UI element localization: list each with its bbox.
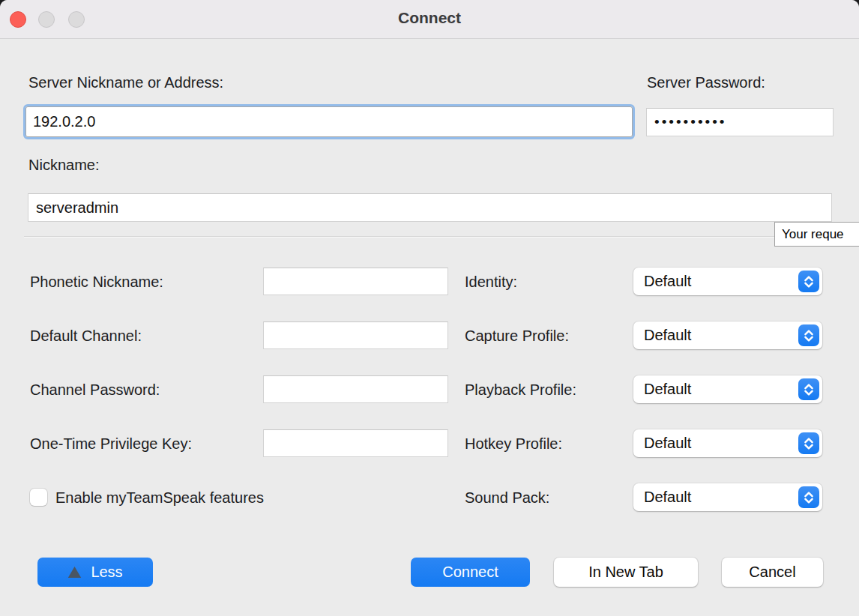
- chevron-up-down-icon: [798, 486, 819, 508]
- sound-pack-label: Sound Pack:: [465, 489, 549, 507]
- playback-profile-select-value: Default: [633, 381, 798, 398]
- myteamspeak-checkbox-label: Enable myTeamSpeak features: [55, 489, 264, 507]
- sound-pack-select[interactable]: Default: [633, 483, 822, 511]
- sound-pack-select-value: Default: [633, 489, 798, 506]
- chevron-up-down-icon: [798, 271, 819, 292]
- phonetic-nickname-input[interactable]: [263, 268, 448, 295]
- tooltip: Your reque: [774, 222, 859, 247]
- connect-button-label: Connect: [442, 564, 498, 581]
- cancel-button-label: Cancel: [749, 564, 795, 581]
- default-channel-input[interactable]: [263, 321, 448, 349]
- server-address-input[interactable]: [23, 104, 635, 139]
- connect-button[interactable]: Connect: [411, 558, 530, 587]
- hotkey-profile-select[interactable]: Default: [633, 429, 822, 457]
- title-bar[interactable]: Connect: [0, 0, 859, 39]
- channel-password-label: Channel Password:: [30, 381, 160, 399]
- chevron-up-down-icon: [798, 378, 819, 400]
- capture-profile-select[interactable]: Default: [633, 321, 822, 349]
- chevron-up-down-icon: [798, 324, 819, 346]
- connect-dialog: Connect Server Nickname or Address: Serv…: [0, 0, 859, 616]
- capture-profile-select-value: Default: [633, 327, 798, 344]
- playback-profile-select[interactable]: Default: [633, 375, 822, 403]
- triangle-up-icon: [67, 566, 82, 579]
- hotkey-profile-select-value: Default: [633, 435, 798, 452]
- server-password-label: Server Password:: [647, 74, 765, 91]
- channel-password-input[interactable]: [263, 375, 448, 403]
- server-password-input[interactable]: [646, 108, 834, 136]
- in-new-tab-button[interactable]: In New Tab: [554, 558, 698, 587]
- hotkey-profile-label: Hotkey Profile:: [465, 435, 562, 453]
- phonetic-nickname-label: Phonetic Nickname:: [30, 274, 163, 291]
- playback-profile-label: Playback Profile:: [465, 381, 576, 399]
- privilege-key-input[interactable]: [263, 429, 448, 457]
- privilege-key-label: One-Time Privilege Key:: [30, 435, 192, 453]
- cancel-button[interactable]: Cancel: [722, 558, 823, 587]
- identity-label: Identity:: [465, 274, 517, 291]
- in-new-tab-button-label: In New Tab: [588, 564, 663, 581]
- identity-select-value: Default: [633, 273, 798, 290]
- window-title: Connect: [0, 9, 859, 27]
- capture-profile-label: Capture Profile:: [465, 327, 569, 345]
- chevron-up-down-icon: [798, 432, 819, 454]
- nickname-input[interactable]: [28, 193, 832, 222]
- myteamspeak-checkbox[interactable]: [30, 489, 47, 506]
- identity-select[interactable]: Default: [633, 268, 822, 295]
- default-channel-label: Default Channel:: [30, 327, 142, 345]
- less-button-label: Less: [91, 564, 122, 581]
- server-address-label: Server Nickname or Address:: [28, 74, 223, 91]
- section-separator: [24, 236, 837, 238]
- nickname-label: Nickname:: [28, 157, 99, 174]
- less-button[interactable]: Less: [37, 558, 153, 587]
